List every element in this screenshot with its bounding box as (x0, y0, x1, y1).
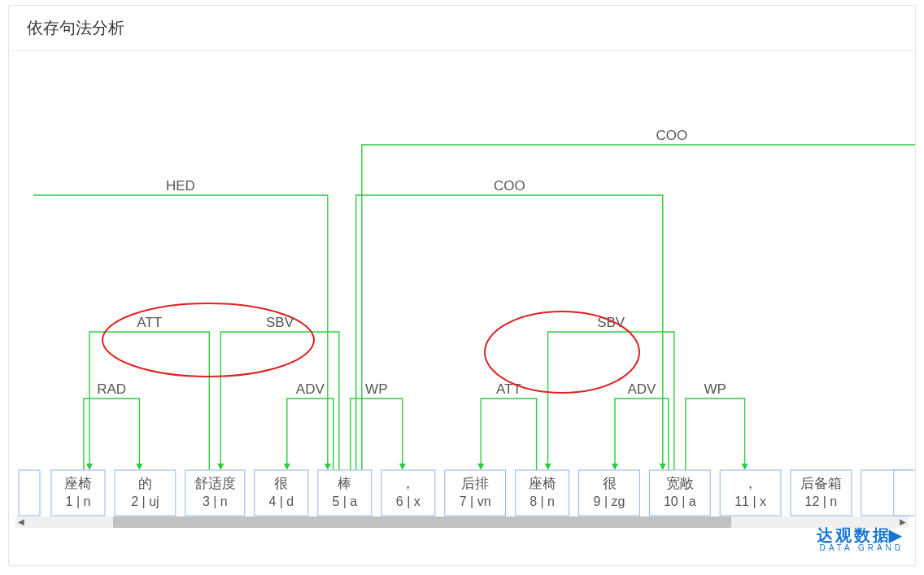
token-meta: 12 | n (805, 494, 838, 508)
annotation-ellipse (485, 311, 639, 393)
watermark-en: DATA GRAND (817, 543, 904, 552)
dependency-diagram: RADATTSBVADVWPHEDATTSBVADVWPCOOCOO 座椅1 |… (9, 51, 915, 531)
token-word: 很 (603, 476, 617, 491)
token-meta: 10 | a (664, 494, 696, 508)
arc-label: ADV (627, 381, 656, 397)
arc-label: ATT (137, 315, 162, 330)
token-meta: 1 | n (66, 494, 91, 508)
arc-label: HED (166, 178, 195, 194)
horizontal-scrollbar[interactable]: ◀ ▶ (15, 516, 909, 528)
diagram-viewport: RADATTSBVADVWPHEDATTSBVADVWPCOOCOO 座椅1 |… (9, 51, 915, 531)
token-meta: 8 | n (530, 494, 555, 508)
token-meta: 3 | n (203, 494, 228, 508)
token-meta: 6 | x (396, 494, 421, 508)
token-meta: 11 | x (734, 494, 766, 508)
card-body: RADATTSBVADVWPHEDATTSBVADVWPCOOCOO 座椅1 |… (9, 51, 915, 555)
token-meta: 5 | a (332, 494, 357, 508)
annotation-ellipse (102, 303, 314, 377)
arc-label: RAD (97, 381, 126, 397)
arc-label: COO (494, 178, 525, 194)
scroll-thumb[interactable] (113, 516, 731, 528)
token-meta: 2 | uj (131, 494, 159, 508)
token-word: 舒适度 (194, 476, 236, 491)
token-word: 很 (274, 476, 288, 491)
token-word: 的 (138, 476, 152, 491)
token-word: 座椅 (64, 476, 92, 491)
dependency-parse-card: 依存句法分析 RADATTSBVADVWPHEDATTSBVADVWPCOOCO… (8, 5, 916, 566)
token-word: 宽敞 (666, 476, 694, 491)
arc-label: ATT (496, 381, 521, 397)
arc-label: WP (365, 381, 387, 397)
arc-label: COO (656, 128, 688, 143)
token-meta: 9 | zg (594, 494, 625, 508)
svg-rect-2 (894, 470, 915, 516)
scroll-left-button[interactable]: ◀ (15, 516, 27, 528)
watermark-logo: 达观数据▶ DATA GRAND (817, 527, 904, 552)
token-meta: 4 | d (268, 494, 294, 508)
arc-label: ADV (296, 381, 325, 397)
card-title: 依存句法分析 (9, 6, 915, 51)
watermark-arrow-icon: ▶ (889, 526, 904, 544)
token-word: 后备箱 (800, 476, 842, 491)
token-word: 后排 (461, 476, 489, 491)
svg-rect-0 (19, 470, 40, 516)
arc-label: WP (704, 381, 726, 397)
token-word: ， (743, 476, 757, 491)
token-meta: 7 | vn (460, 494, 491, 508)
token-word: 座椅 (529, 476, 556, 491)
token-word: ， (401, 476, 415, 491)
token-word: 棒 (338, 476, 351, 491)
watermark-cn: 达观数据 (817, 526, 891, 544)
